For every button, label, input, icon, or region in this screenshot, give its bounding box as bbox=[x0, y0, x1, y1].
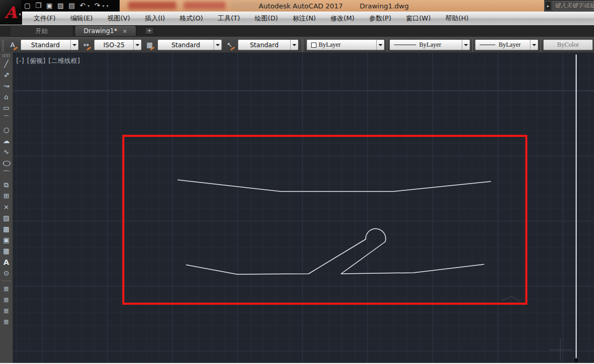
app-title: Autodesk AutoCAD 2017 bbox=[259, 2, 343, 10]
polygon-tool-icon[interactable]: ⌂ bbox=[1, 91, 12, 102]
menu-file[interactable]: 文件(F) bbox=[26, 12, 63, 25]
multileader-style-dropdown[interactable]: Standard bbox=[238, 39, 299, 50]
draw-toolbar: ╱ ↔ ↝ ⌂ ▭ ⌒ ○ ☁ ∿ ○ ⌒ ⧉ ⊞ × ▨ ▩ ▣ ▦ A ⊙ … bbox=[0, 52, 13, 363]
menu-modify[interactable]: 修改(M) bbox=[323, 12, 362, 25]
crosshair-cursor bbox=[550, 339, 572, 361]
gradient-tool-icon[interactable]: ▩ bbox=[1, 223, 12, 234]
styles-toolbar: A Standard ↔ ISO-25 ▦ Standard ↖ Standa bbox=[0, 37, 594, 53]
menu-format[interactable]: 格式(O) bbox=[172, 12, 210, 25]
dim-style-value: ISO-25 bbox=[94, 41, 133, 49]
application-menu-button[interactable]: A ▾ bbox=[0, 0, 22, 25]
chevron-down-icon[interactable] bbox=[290, 40, 298, 50]
chevron-down-icon[interactable] bbox=[70, 40, 78, 50]
ellipse-tool-icon[interactable]: ○ bbox=[0, 157, 14, 168]
table-tool-icon[interactable]: ▦ bbox=[1, 245, 12, 256]
undo-icon[interactable]: ↶ bbox=[80, 0, 86, 12]
menu-parametric[interactable]: 参数(P) bbox=[362, 12, 398, 25]
dimension-style-dropdown[interactable]: ISO-25 bbox=[94, 39, 142, 50]
menu-tools[interactable]: 工具(T) bbox=[210, 12, 247, 25]
lineweight-value: ByLayer bbox=[498, 41, 530, 49]
menu-edit[interactable]: 编辑(E) bbox=[63, 12, 100, 25]
linetype-dropdown[interactable]: ByLayer bbox=[389, 39, 470, 50]
menu-bar: 文件(F) 编辑(E) 视图(V) 插入(I) 格式(O) 工具(T) 绘图(D… bbox=[0, 12, 594, 25]
color-value: ByLayer bbox=[319, 41, 376, 49]
chevron-down-icon[interactable] bbox=[214, 40, 221, 50]
toolbar-grip[interactable] bbox=[301, 39, 304, 51]
plot-icon[interactable]: ▤ bbox=[69, 0, 75, 12]
polyline-entity-bottom[interactable] bbox=[186, 229, 484, 274]
menu-help[interactable]: 帮助(H) bbox=[438, 12, 476, 25]
chevron-down-icon[interactable] bbox=[376, 40, 384, 50]
open-file-icon[interactable]: ❐ bbox=[35, 0, 41, 12]
title-bar: ▢ ❐ ▣ ▨ ▤ ↶ ▾ ↷ ▾ ▾ Autodesk AutoCAD 201… bbox=[0, 0, 594, 12]
new-file-icon[interactable]: ▢ bbox=[24, 0, 30, 12]
chevron-down-icon[interactable] bbox=[133, 40, 141, 50]
text-style-dropdown[interactable]: Standard bbox=[20, 39, 79, 50]
file-tab-bar: 开始 Drawing1* × + bbox=[0, 25, 594, 37]
polyline-entity-top[interactable] bbox=[178, 180, 491, 191]
point-style-tool-icon[interactable]: ⊙ bbox=[1, 267, 12, 279]
table-style-icon[interactable]: ▦ bbox=[143, 39, 156, 51]
autocad-window: { "window": { "app_title": "Autodesk Aut… bbox=[0, 0, 594, 364]
tab-close-icon[interactable]: × bbox=[122, 28, 127, 35]
menu-view[interactable]: 视图(V) bbox=[100, 12, 137, 25]
quick-access-toolbar: ▢ ❐ ▣ ▨ ▤ ↶ ▾ ↷ ▾ ▾ bbox=[24, 0, 109, 12]
arc-tool-icon[interactable]: ⌒ bbox=[1, 113, 12, 124]
text-tool-icon[interactable]: A bbox=[1, 256, 12, 267]
insert-block-tool-icon[interactable]: ⧉ bbox=[1, 179, 12, 190]
title-band: Autodesk AutoCAD 2017 Drawing1.dwg bbox=[120, 0, 548, 12]
layer-previous-tool-icon[interactable]: ≣ bbox=[1, 305, 12, 316]
move-to-layer-tool-icon[interactable]: ≣ bbox=[1, 283, 12, 294]
redo-icon[interactable]: ↷ bbox=[94, 0, 100, 12]
linetype-sample-icon bbox=[394, 45, 416, 45]
hatch-tool-icon[interactable]: ▨ bbox=[1, 212, 12, 223]
search-flyout-icon[interactable]: ▸ bbox=[545, 1, 551, 10]
menu-insert[interactable]: 插入(I) bbox=[137, 12, 172, 25]
revision-cloud-tool-icon[interactable]: ☁ bbox=[1, 135, 12, 146]
selection-rectangle[interactable] bbox=[123, 136, 526, 304]
toolbar-grip[interactable] bbox=[2, 39, 4, 51]
toolbar-separator bbox=[540, 39, 541, 51]
customize-toolbar-icon[interactable]: ▾ bbox=[107, 4, 109, 8]
rectangle-tool-icon[interactable]: ▭ bbox=[1, 102, 12, 113]
plot-style-value: ByColor bbox=[544, 41, 592, 49]
toolbar-separator bbox=[2, 281, 11, 281]
redacted-patch bbox=[128, 2, 176, 9]
spline-tool-icon[interactable]: ∿ bbox=[1, 146, 12, 157]
redo-dropdown-icon[interactable]: ▾ bbox=[102, 4, 104, 8]
point-tool-icon[interactable]: × bbox=[1, 201, 12, 212]
tab-start[interactable]: 开始 bbox=[9, 25, 73, 37]
make-block-tool-icon[interactable]: ⊞ bbox=[1, 190, 12, 201]
chevron-down-icon[interactable] bbox=[462, 40, 470, 50]
linetype-value: ByLayer bbox=[419, 41, 462, 49]
text-style-icon[interactable]: A bbox=[6, 39, 19, 51]
lineweight-dropdown[interactable]: ByLayer bbox=[475, 39, 538, 50]
save-icon[interactable]: ▣ bbox=[46, 0, 52, 12]
drawing-canvas[interactable]: [-] [俯视] [二维线框] bbox=[13, 52, 594, 363]
circle-tool-icon[interactable]: ○ bbox=[1, 124, 12, 135]
dimension-style-icon[interactable]: ↔ bbox=[80, 39, 93, 51]
save-as-icon[interactable]: ▨ bbox=[57, 0, 63, 12]
new-tab-button[interactable]: + bbox=[145, 27, 154, 35]
chevron-down-icon[interactable] bbox=[530, 40, 538, 50]
ellipse-arc-tool-icon[interactable]: ⌒ bbox=[0, 168, 14, 179]
lineweight-sample-icon bbox=[480, 45, 495, 45]
layer-match-tool-icon[interactable]: ≣ bbox=[1, 316, 12, 327]
region-tool-icon[interactable]: ▣ bbox=[1, 234, 12, 245]
color-swatch-icon bbox=[311, 42, 316, 48]
endpoint-grip[interactable] bbox=[574, 358, 579, 363]
multileader-style-icon[interactable]: ↖ bbox=[224, 39, 236, 51]
menu-window[interactable]: 窗口(W) bbox=[399, 12, 438, 25]
table-style-dropdown[interactable]: Standard bbox=[157, 39, 222, 50]
menu-draw[interactable]: 绘图(D) bbox=[247, 12, 285, 25]
search-input[interactable]: 键入关键字或短语 bbox=[553, 1, 594, 10]
menu-dimension[interactable]: 标注(N) bbox=[285, 12, 323, 25]
tab-drawing1-label: Drawing1* bbox=[84, 27, 118, 35]
toolbar-grip[interactable] bbox=[3, 54, 10, 57]
redacted-patch bbox=[184, 2, 226, 9]
tab-drawing1[interactable]: Drawing1* × bbox=[75, 25, 136, 37]
layer-states-tool-icon[interactable]: ≣ bbox=[1, 294, 12, 305]
infocenter: ▸ 键入关键字或短语 bbox=[544, 0, 594, 12]
color-dropdown[interactable]: ByLayer bbox=[306, 39, 384, 50]
undo-dropdown-icon[interactable]: ▾ bbox=[88, 4, 90, 8]
